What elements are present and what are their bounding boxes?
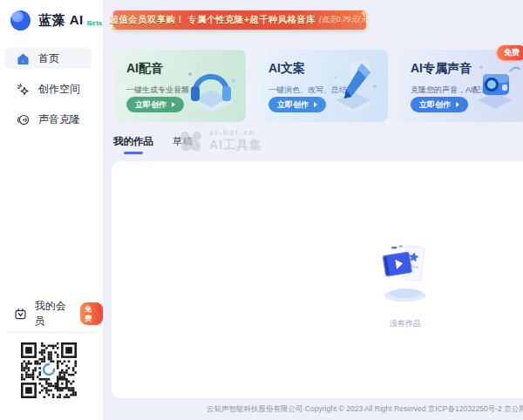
create-now-button[interactable]: 立即创作: [411, 97, 468, 112]
free-badge: 免费: [497, 45, 523, 60]
card-subtitle: 一键生成专业音频: [126, 85, 246, 96]
card-ai-exclusive-voice[interactable]: 免费 AI专属声音 克隆您的声音，AI配音 立即创作: [397, 50, 523, 122]
card-ai-dubbing[interactable]: AI配音 一键生成专业音频 立即创作: [113, 50, 246, 122]
feature-cards: AI配音 一键生成专业音频 立即创作 AI文案 一键润色、改写、总结 立即创作: [113, 50, 523, 122]
tab-my-works[interactable]: 我的作品: [113, 135, 153, 154]
arrow-right-icon: [456, 102, 459, 107]
sidebar-item-label: 创作空间: [38, 82, 80, 97]
create-now-label: 立即创作: [135, 99, 166, 111]
promo-banner[interactable]: 超值会员双享购！ 专属个性克隆+超千种风格音库 (低至0.79元/天) ✦ ✦: [113, 10, 366, 30]
sidebar-item-membership[interactable]: 我的会员 免费: [0, 303, 103, 324]
card-title: AI专属声音: [411, 61, 523, 77]
empty-works-illustration: [370, 241, 440, 308]
app-title: 蓝藻 AI: [38, 12, 84, 29]
empty-state: 没有作品: [370, 241, 440, 329]
sidebar-nav: 首页 创作空间 声音克隆: [0, 48, 103, 139]
card-ai-copywriting[interactable]: AI文案 一键润色、改写、总结 立即创作: [255, 50, 388, 122]
membership-icon: [14, 307, 28, 321]
firework-icon: ✦: [359, 7, 369, 20]
card-subtitle: 一键润色、改写、总结: [268, 85, 388, 96]
works-panel: 没有作品: [112, 161, 523, 398]
sparkle-icon: [16, 82, 30, 96]
create-now-button[interactable]: 立即创作: [268, 97, 326, 112]
membership-qr-code: [21, 342, 77, 398]
sidebar-item-label: 声音克隆: [38, 112, 80, 127]
create-now-label: 立即创作: [277, 99, 309, 111]
watermark-text: ai-bot.cn AI工具集: [209, 128, 262, 153]
sidebar-item-label: 首页: [38, 51, 59, 66]
create-now-label: 立即创作: [419, 99, 451, 111]
confetti-icon: ✦: [111, 24, 118, 33]
beta-badge: Beta: [87, 19, 102, 27]
footer-copyright: 云知声智能科技股份有限公司 Copyright © 2023 All Right…: [207, 404, 523, 415]
works-tabs: 我的作品 草稿: [113, 135, 193, 154]
arrow-right-icon: [314, 102, 317, 107]
promo-banner-text: 超值会员双享购！ 专属个性克隆+超千种风格音库: [109, 14, 315, 26]
voice-clone-icon: [16, 112, 30, 126]
card-subtitle: 克隆您的声音，AI配音: [411, 85, 523, 96]
tab-drafts[interactable]: 草稿: [173, 135, 193, 154]
sidebar-divider: [7, 332, 94, 333]
watermark-title: AI工具集: [209, 138, 262, 153]
card-title: AI配音: [126, 61, 246, 77]
app-logo: 蓝藻 AI Beta: [10, 10, 102, 30]
sidebar-item-creation-space[interactable]: 创作空间: [4, 78, 92, 99]
membership-free-badge: 免费: [80, 302, 103, 325]
sidebar-item-home[interactable]: 首页: [4, 48, 92, 69]
membership-label: 我的会员: [35, 299, 76, 329]
home-icon: [16, 51, 30, 65]
card-title: AI文案: [268, 61, 388, 77]
app-window: 蓝藻 AI Beta 首页 创作空间 声音克隆: [0, 0, 523, 420]
create-now-button[interactable]: 立即创作: [126, 97, 184, 112]
arrow-right-icon: [172, 102, 175, 107]
sidebar-item-voice-clone[interactable]: 声音克隆: [4, 109, 92, 130]
sidebar: 蓝藻 AI Beta 首页 创作空间 声音克隆: [0, 0, 103, 420]
empty-works-text: 没有作品: [370, 318, 440, 329]
watermark-url: ai-bot.cn: [209, 128, 262, 137]
app-logo-icon: [10, 10, 31, 30]
